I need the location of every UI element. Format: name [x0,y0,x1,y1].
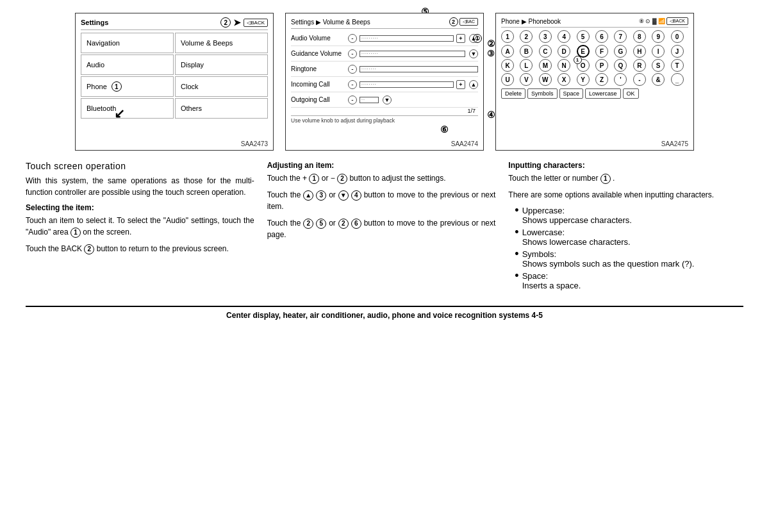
plus-audio[interactable]: + [456,34,465,43]
arrow-icon: ➤ [233,17,241,28]
bluetooth-cell[interactable]: Bluetooth [81,98,174,119]
letter-row-3: U V W X Y Z ' - & _ [501,73,688,86]
key-T[interactable]: T [671,59,684,72]
key-K[interactable]: K [501,59,514,72]
down-outgoing[interactable]: ▼ [383,96,392,104]
key-under[interactable]: _ [671,73,684,86]
key-0[interactable]: 0 [671,30,684,43]
minus-incoming[interactable]: - [348,80,357,89]
adjusting-text3: Touch the 2 5 or 2 6 button to move to t… [267,217,496,240]
minus-outgoing[interactable]: - [348,96,357,104]
key-D[interactable]: D [558,45,570,58]
diagram1-wrapper: Settings 2 ➤ ◁BACK Navigation Volume & B… [75,13,274,151]
annot-1-audio: ① [473,34,482,43]
circle-2: 2 [220,17,231,28]
symbols-body: Shows symbols such as the question mark … [522,259,695,269]
key-7[interactable]: 7 [614,30,627,43]
key-G[interactable]: G [614,45,627,58]
key-8[interactable]: 8 [633,30,646,43]
adjusting-title: Adjusting an item: [267,161,496,170]
touch-screen-title: Touch screen operation [26,161,254,171]
space-button[interactable]: Space [559,88,584,99]
c4a-adj: ▼ [338,190,349,201]
clock-cell[interactable]: Clock [175,76,268,97]
down-guidance[interactable]: ▼ [469,49,478,58]
phone-header: Phone ▶ Phonebook ⑧ ⊙ ▓ 📶 ◁BACK [501,17,688,28]
settings-title: Settings [81,19,108,26]
display-cell[interactable]: Display [175,54,268,75]
key-W[interactable]: W [539,73,552,86]
adjusting-text2: Touch the ▲ 3 or ▼ 4 button to move to t… [267,189,496,212]
saa-label-2: SAA2474 [451,140,478,147]
c3-adj: 3 [316,190,326,201]
minus-guidance[interactable]: - [348,49,357,58]
key-Q[interactable]: Q [614,59,627,72]
key-4[interactable]: 4 [558,30,570,43]
phone-button-row: Delete Symbols Space Lowercase OK [501,88,688,99]
key-H[interactable]: H [633,45,646,58]
key-amp[interactable]: & [652,73,665,86]
annot-6: ⑥ [440,124,449,135]
key-C[interactable]: C [539,45,552,58]
diagram2-inner: Settings ▶ Volume & Beeps 2 ◁BAC Audio V… [286,13,483,150]
key-V[interactable]: V [520,73,533,86]
number-keypad-row: 1 2 3 4 5 6 7 8 9 0 [501,30,688,43]
phone-back-button[interactable]: ◁BACK [666,17,688,25]
c5-adj: 5 [316,219,326,229]
settings-menu-grid: Navigation Volume & Beeps Audio Display … [81,33,268,119]
c1-adj: 1 [309,174,319,184]
ringtone-slider: ········ [360,66,478,72]
audio-cell[interactable]: Audio [81,54,174,75]
key-X[interactable]: X [558,73,570,86]
key-1[interactable]: 1 [501,30,514,43]
key-F[interactable]: F [595,45,608,58]
key-B[interactable]: B [520,45,533,58]
diagram2-wrapper: ⑤ ① Settings ▶ Volume & Beeps 2 ◁BAC [285,13,484,151]
footer-text: Center display, heater, air conditioner,… [226,311,543,320]
vol-beeps-cell[interactable]: Volume & Beeps [175,33,268,53]
key-O[interactable]: O 1 [577,59,590,72]
inputting-col: Inputting characters: Touch the letter o… [502,161,743,293]
key-U[interactable]: U [501,73,514,86]
key-2[interactable]: 2 [520,30,533,43]
minus-audio[interactable]: - [348,34,357,43]
key-Z[interactable]: Z [595,73,608,86]
symbols-button[interactable]: Symbols [527,88,558,99]
key-L[interactable]: L [520,59,533,72]
key-M[interactable]: M [539,59,552,72]
others-cell[interactable]: Others [175,98,268,119]
phone-cell[interactable]: Phone 1 [81,76,174,97]
key-5[interactable]: 5 [577,30,590,43]
key-Y[interactable]: Y [577,73,590,86]
key-I[interactable]: I [652,45,665,58]
plus-incoming[interactable]: + [456,80,465,89]
delete-button[interactable]: Delete [501,88,525,99]
key-dash[interactable]: - [633,73,646,86]
key-J[interactable]: J [671,45,684,58]
audio-slider: ········· [360,35,454,42]
key-9[interactable]: 9 [652,30,665,43]
key-6[interactable]: 6 [595,30,608,43]
diagram3-wrapper: Phone ▶ Phonebook ⑧ ⊙ ▓ 📶 ◁BACK 1 2 3 4 … [495,13,694,151]
lowercase-button[interactable]: Lowercase [585,88,621,99]
minus-ringtone[interactable]: - [348,65,357,74]
key-P[interactable]: P [595,59,608,72]
nav-cell[interactable]: Navigation [81,33,174,53]
ok-button[interactable]: OK [623,88,639,99]
key-apos[interactable]: ' [614,73,627,86]
phone-icons: ⑧ ⊙ ▓ 📶 ◁BACK [639,17,688,25]
up-incoming[interactable]: ▲ [469,80,478,89]
uppercase-title: Uppercase: [522,206,565,215]
key-3[interactable]: 3 [539,30,552,43]
key-N[interactable]: N [558,59,570,72]
key-A[interactable]: A [501,45,514,58]
vol-back-button[interactable]: ◁BAC [459,18,478,26]
diagram1: Settings 2 ➤ ◁BACK Navigation Volume & B… [75,13,274,151]
key-R[interactable]: R [633,59,646,72]
guidance-slider: ········· [360,51,465,57]
key-S[interactable]: S [652,59,665,72]
guidance-volume-row: Guidance Volume - ········· ▼ ③ [291,46,478,62]
diagram2: Settings ▶ Volume & Beeps 2 ◁BAC Audio V… [285,13,484,151]
back-button[interactable]: ◁BACK [244,19,268,27]
back-text: Touch the BACK 2 button to return to the… [26,243,254,254]
